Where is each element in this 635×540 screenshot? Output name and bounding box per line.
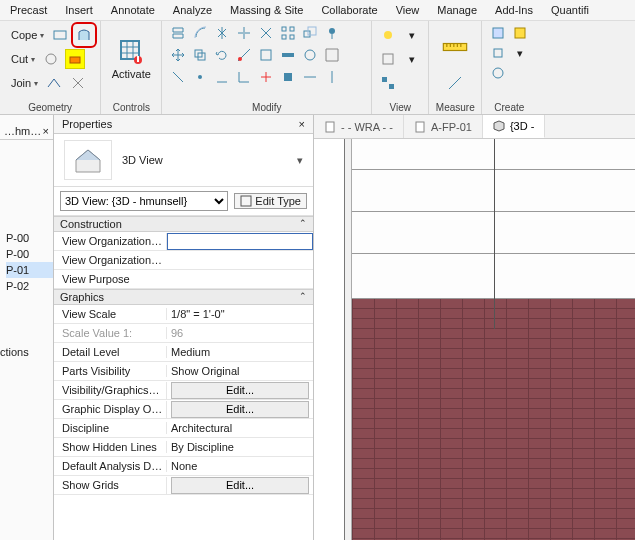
- viewport[interactable]: [314, 139, 635, 540]
- create-tool-3[interactable]: [488, 43, 508, 63]
- list-item[interactable]: P-00: [6, 230, 53, 246]
- doc-tab[interactable]: - - WRA - -: [314, 115, 404, 138]
- category-construction[interactable]: Construction⌃: [54, 216, 313, 232]
- view-selector[interactable]: 3D View: {3D - hmunsell}: [60, 191, 228, 211]
- geom-tool-3[interactable]: [44, 73, 64, 93]
- view-tool-3[interactable]: [378, 49, 398, 69]
- group-title-controls: Controls: [107, 101, 155, 113]
- modify-tool-k[interactable]: [278, 67, 298, 87]
- split-button[interactable]: [234, 23, 254, 43]
- modify-tool-c[interactable]: [278, 45, 298, 65]
- highlighted-geom-button[interactable]: [65, 49, 85, 69]
- modify-tool-b[interactable]: [256, 45, 276, 65]
- prop-key: View Scale: [54, 308, 166, 320]
- prop-value[interactable]: Medium: [166, 346, 313, 358]
- menu-analyze[interactable]: Analyze: [173, 4, 212, 16]
- edit-button[interactable]: Edit...: [171, 401, 309, 418]
- dropdown-arrow-icon: ▾: [40, 31, 44, 40]
- trim-button[interactable]: [256, 23, 276, 43]
- sheet-icon: [324, 121, 336, 133]
- close-icon[interactable]: ×: [299, 118, 305, 130]
- list-item[interactable]: P-00: [6, 246, 53, 262]
- pin-button[interactable]: [322, 23, 342, 43]
- create-tool-5[interactable]: [488, 63, 508, 83]
- rotate-button[interactable]: [212, 45, 232, 65]
- edit-button[interactable]: Edit...: [171, 477, 309, 494]
- svg-rect-6: [70, 57, 80, 63]
- geom-tool-1[interactable]: [50, 25, 70, 45]
- svg-rect-13: [290, 27, 294, 31]
- menu-quantification[interactable]: Quantifi: [551, 4, 589, 16]
- svg-rect-30: [389, 84, 394, 89]
- modify-tool-e[interactable]: [322, 45, 342, 65]
- dropdown-arrow-icon: ▾: [31, 55, 35, 64]
- cut-label: Cut: [11, 53, 28, 65]
- modify-tool-m[interactable]: [322, 67, 342, 87]
- menu-massing-site[interactable]: Massing & Site: [230, 4, 303, 16]
- modify-tool-i[interactable]: [234, 67, 254, 87]
- mirror-button[interactable]: [212, 23, 232, 43]
- modify-tool-g[interactable]: [190, 67, 210, 87]
- modify-tool-d[interactable]: [300, 45, 320, 65]
- svg-rect-14: [282, 35, 286, 39]
- menu-precast[interactable]: Precast: [10, 4, 47, 16]
- prop-key: Scale Value 1:: [54, 327, 166, 339]
- measure-tool-2[interactable]: [445, 73, 465, 93]
- modify-tool-j[interactable]: [256, 67, 276, 87]
- align-button[interactable]: [168, 23, 188, 43]
- move-button[interactable]: [168, 45, 188, 65]
- modify-tool-h[interactable]: [212, 67, 232, 87]
- modify-tool-a[interactable]: [234, 45, 254, 65]
- edit-button[interactable]: Edit...: [171, 382, 309, 399]
- view-tool-2[interactable]: ▾: [402, 25, 422, 45]
- modify-tool-l[interactable]: [300, 67, 320, 87]
- create-tool-2[interactable]: [510, 23, 530, 43]
- close-icon[interactable]: ×: [43, 125, 49, 137]
- category-graphics[interactable]: Graphics⌃: [54, 289, 313, 305]
- create-tool-1[interactable]: [488, 23, 508, 43]
- browser-tab[interactable]: …hm…: [4, 125, 41, 137]
- cut-button[interactable]: Cut ▾: [6, 48, 37, 70]
- menu-manage[interactable]: Manage: [437, 4, 477, 16]
- geom-tool-2[interactable]: [41, 49, 61, 69]
- edit-type-button[interactable]: Edit Type: [234, 193, 307, 209]
- scale-button[interactable]: [300, 23, 320, 43]
- collapse-icon: ⌃: [299, 291, 307, 303]
- cope-button[interactable]: Cope ▾: [6, 24, 46, 46]
- modify-tool-f[interactable]: [168, 67, 188, 87]
- join-button[interactable]: Join ▾: [6, 72, 40, 94]
- group-title-create: Create: [488, 101, 530, 113]
- view-tool-1[interactable]: [378, 25, 398, 45]
- measure-button[interactable]: [435, 23, 475, 71]
- activate-label: Activate: [112, 68, 151, 80]
- doc-tab-active[interactable]: {3D -: [483, 115, 545, 138]
- create-tool-4[interactable]: ▾: [510, 43, 530, 63]
- prop-value[interactable]: Show Original: [166, 365, 313, 377]
- copy-button[interactable]: [190, 45, 210, 65]
- prop-value[interactable]: [166, 233, 313, 250]
- view-tool-5[interactable]: [378, 73, 398, 93]
- doc-tab[interactable]: A-FP-01: [404, 115, 483, 138]
- menu-collaborate[interactable]: Collaborate: [321, 4, 377, 16]
- offset-button[interactable]: [190, 23, 210, 43]
- prop-value[interactable]: None: [166, 460, 313, 472]
- prop-value[interactable]: 1/8" = 1'-0": [166, 308, 313, 320]
- prop-value[interactable]: Architectural: [166, 422, 313, 434]
- view-tool-4[interactable]: ▾: [402, 49, 422, 69]
- dropdown-arrow-icon[interactable]: ▾: [297, 154, 303, 167]
- array-button[interactable]: [278, 23, 298, 43]
- prop-value: 96: [166, 327, 313, 339]
- menu-annotate[interactable]: Annotate: [111, 4, 155, 16]
- wall-opening-button[interactable]: [74, 25, 94, 45]
- project-browser: …hm…× P-00 P-00 P-01 P-02 ctions: [0, 115, 54, 540]
- menu-add-ins[interactable]: Add-Ins: [495, 4, 533, 16]
- activate-button[interactable]: Activate: [107, 23, 155, 95]
- geom-tool-4[interactable]: [68, 73, 88, 93]
- list-item[interactable]: P-01: [6, 262, 53, 278]
- prop-value[interactable]: By Discipline: [166, 441, 313, 453]
- drawing-canvas[interactable]: - - WRA - - A-FP-01 {3D -: [314, 115, 635, 540]
- list-item[interactable]: P-02: [6, 278, 53, 294]
- svg-rect-2: [54, 31, 66, 39]
- menu-insert[interactable]: Insert: [65, 4, 93, 16]
- menu-view[interactable]: View: [396, 4, 420, 16]
